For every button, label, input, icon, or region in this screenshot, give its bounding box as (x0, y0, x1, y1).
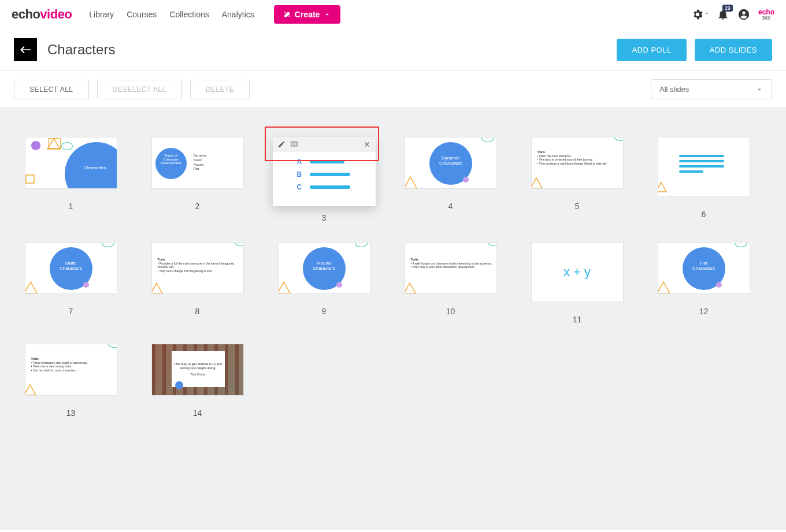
slide-title: Types of Character Development (158, 154, 184, 165)
slide-thumbnail[interactable]: Traits • A well thought out character th… (405, 242, 497, 294)
slide-filter-select[interactable]: All slides (651, 79, 772, 99)
slide-title: Characters (83, 166, 106, 171)
chevron-down-icon (755, 85, 763, 94)
slide-number: 3 (322, 213, 327, 222)
sparkle-icon (283, 10, 291, 18)
slide-cell: Round Characters 9 (270, 242, 377, 324)
present-icon[interactable] (290, 140, 298, 148)
slide-number: 8 (195, 307, 200, 316)
slide-number: 1 (69, 202, 73, 211)
slide-cell: The way to get started is to quit talkin… (144, 344, 251, 418)
slides-grid-area: Characters 1 Types of Character Developm… (0, 108, 786, 530)
slide-number: 9 (322, 307, 327, 316)
slide-thumbnail[interactable]: Flat Characters (658, 242, 750, 294)
nav-icons: 29 echo 360 (691, 8, 774, 21)
title-bar: Characters ADD POLL ADD SLIDES (0, 29, 786, 71)
close-icon[interactable] (363, 140, 371, 148)
slide-cell: Traits • Provides a foil the main charac… (144, 242, 251, 324)
slide-cell: Characters 1 (17, 137, 124, 222)
svg-marker-4 (531, 178, 542, 188)
poll-options: A B C (273, 152, 376, 191)
chevron-down-icon (323, 10, 331, 18)
slide-thumbnail[interactable]: Traits • Often the main character. • The… (531, 137, 624, 189)
top-nav: echovideo Library Courses Collections An… (0, 0, 786, 29)
edit-icon[interactable] (277, 140, 286, 148)
slide-thumbnail[interactable]: Static Characters (25, 242, 117, 294)
back-button[interactable] (14, 38, 37, 61)
svg-rect-1 (26, 175, 34, 183)
slide-thumbnail[interactable] (658, 137, 750, 197)
nav-analytics[interactable]: Analytics (222, 10, 254, 19)
slide-thumbnail[interactable]: A B C (273, 137, 376, 206)
slide-cell: x + y 11 (524, 242, 631, 324)
svg-marker-6 (25, 282, 37, 293)
account-icon[interactable] (737, 8, 750, 21)
slide-formula: x + y (532, 243, 623, 302)
brand-part2: video (40, 7, 72, 21)
slide-number: 11 (573, 315, 582, 324)
slide-cell: Types of Character Development Dynamic S… (144, 137, 251, 222)
slide-thumbnail[interactable]: Dynamic Characters (405, 137, 497, 189)
brand-logo[interactable]: echovideo (12, 7, 72, 22)
svg-marker-8 (278, 282, 290, 293)
slide-thumbnail[interactable]: Types of Character Development Dynamic S… (151, 137, 244, 189)
slide-thumbnail[interactable]: The way to get started is to quit talkin… (151, 344, 244, 396)
slide-filter-label: All slides (659, 85, 689, 94)
svg-marker-9 (405, 283, 416, 293)
svg-marker-7 (151, 283, 162, 293)
nav-courses[interactable]: Courses (127, 10, 157, 19)
settings-icon[interactable] (691, 8, 704, 21)
slide-number: 6 (702, 210, 706, 219)
slide-number: 4 (448, 202, 453, 211)
slide-quote: The way to get started is to quit talkin… (174, 362, 223, 370)
slide-number: 7 (69, 307, 73, 316)
slide-number: 5 (575, 202, 580, 211)
slide-thumbnail[interactable]: Traits • Provides a foil the main charac… (151, 242, 244, 294)
svg-marker-0 (47, 139, 60, 149)
echo360-logo[interactable]: echo 360 (758, 9, 774, 21)
slide-cell: Traits • These characters lack depth or … (17, 344, 124, 418)
nav-collections[interactable]: Collections (169, 10, 209, 19)
slides-toolbar: SELECT ALL DESELECT ALL DELETE All slide… (0, 71, 786, 108)
slide-title: Static Characters (55, 261, 87, 271)
slide-title: Round Characters (309, 261, 340, 271)
delete-button: DELETE (190, 80, 250, 99)
slide-number: 2 (195, 202, 200, 211)
slide-thumbnail[interactable]: Round Characters (278, 242, 370, 294)
slide-cell: Static Characters 7 (17, 242, 124, 324)
slide-title: Flat Characters (688, 261, 720, 271)
slide-cell: Traits • A well thought out character th… (397, 242, 504, 324)
svg-marker-11 (25, 385, 36, 395)
slide-quote-author: Walt Disney (190, 373, 206, 376)
nav-links: Library Courses Collections Analytics Cr… (89, 5, 340, 24)
add-poll-button[interactable]: ADD POLL (617, 39, 686, 61)
nav-library[interactable]: Library (89, 10, 114, 19)
caret-down-icon (704, 10, 710, 16)
notifications-icon[interactable]: 29 (717, 8, 729, 21)
slide-thumbnail[interactable]: x + y (531, 242, 624, 302)
page-title: Characters (47, 42, 609, 58)
brand-part1: echo (12, 7, 40, 21)
svg-marker-5 (658, 183, 666, 192)
slide-number: 12 (699, 307, 709, 316)
slide-cell: 6 (650, 137, 757, 222)
create-label: Create (295, 10, 320, 19)
slide-number: 10 (446, 307, 455, 316)
slide-hover-toolbar (273, 137, 376, 152)
slide-thumbnail[interactable]: Traits • These characters lack depth or … (25, 344, 117, 396)
slide-cell: A B C 3 (270, 137, 377, 222)
slide-thumbnail[interactable]: Characters (25, 137, 117, 189)
arrow-left-icon (20, 46, 31, 54)
notifications-badge: 29 (722, 5, 733, 12)
slide-title: Dynamic Characters (435, 156, 466, 166)
add-slides-button[interactable]: ADD SLIDES (695, 39, 772, 61)
select-all-button[interactable]: SELECT ALL (14, 80, 89, 99)
slide-cell: Flat Characters 12 (650, 242, 757, 324)
svg-marker-3 (405, 177, 417, 188)
slide-number: 13 (66, 408, 76, 418)
slides-grid: Characters 1 Types of Character Developm… (17, 137, 757, 418)
slide-cell: Dynamic Characters 4 (397, 137, 504, 222)
svg-marker-10 (658, 282, 670, 293)
slide-number: 14 (193, 408, 202, 418)
create-button[interactable]: Create (274, 5, 341, 24)
